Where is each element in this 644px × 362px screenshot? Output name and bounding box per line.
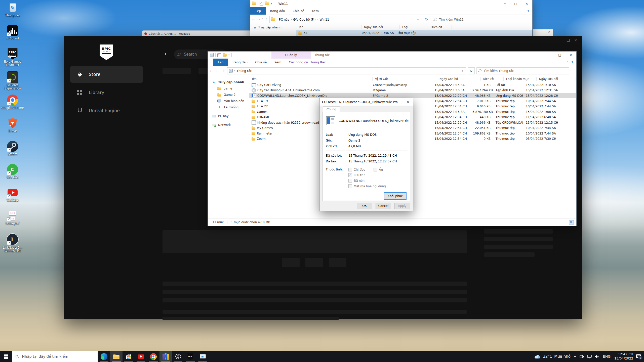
back-icon[interactable]: ← xyxy=(210,69,213,73)
back-icon[interactable]: ‹ xyxy=(164,50,167,57)
address-dropdown-icon[interactable]: ▾ xyxy=(416,18,420,21)
tab-file[interactable]: Tệp xyxy=(250,7,266,15)
forward-icon[interactable]: → xyxy=(215,69,218,73)
tab-share[interactable]: Chia sẻ xyxy=(289,7,308,15)
tab-view[interactable]: Xem xyxy=(270,59,285,66)
column-header-modified[interactable]: Ngày sửa đổi xyxy=(537,77,576,81)
meet-now-icon[interactable] xyxy=(580,355,584,358)
qat-dropdown-icon[interactable]: ▾ xyxy=(271,3,272,5)
volume-icon[interactable] xyxy=(595,355,599,358)
forward-icon[interactable]: → xyxy=(257,18,260,21)
help-icon[interactable]: ? xyxy=(571,60,573,64)
edge-taskbar-icon[interactable] xyxy=(98,351,110,362)
recycle-bin-desktop-icon[interactable]: Thùng rác xyxy=(1,2,24,25)
clock[interactable]: 12:42 CH 15/04/2022 xyxy=(614,352,633,361)
sidebar-item-quick-access[interactable]: ★ Truy cập nhanh xyxy=(254,26,296,29)
search-input[interactable] xyxy=(483,69,567,73)
youtube-taskbar-icon[interactable] xyxy=(135,351,147,362)
column-header-deleted[interactable]: Ngày Xóa bỏ xyxy=(437,77,481,81)
column-header-name[interactable]: Tên xyxy=(296,25,361,29)
lnd-games-list-desktop-icon[interactable]: L LinkNeverD... Games List xyxy=(1,233,24,256)
qat-dropdown-icon[interactable]: ▾ xyxy=(228,54,230,56)
sidebar-item-store[interactable]: Store xyxy=(70,66,143,83)
minimize-button[interactable]: ─ xyxy=(499,0,510,7)
sidebar-item-desktop[interactable]: Màn hình nền xyxy=(208,98,249,104)
restore-button[interactable]: Khôi phục xyxy=(384,192,407,200)
tab-home[interactable]: Trang đầu xyxy=(266,7,289,15)
sidebar-item-game[interactable]: game xyxy=(208,85,249,92)
chrome-taskbar-icon[interactable] xyxy=(147,351,159,362)
table-row[interactable]: 64 03/04/2022 11:36 SA Thư mục tệp xyxy=(296,30,532,36)
brave-desktop-icon[interactable]: Brave xyxy=(1,118,24,141)
dialog-titlebar[interactable]: CODWWII.LND.Launcher.CODEX_LinkNeverDie … xyxy=(319,98,413,106)
maximize-button[interactable]: □ xyxy=(510,0,521,7)
cancel-button[interactable]: Cancel xyxy=(376,203,391,209)
ok-button[interactable]: OK xyxy=(357,203,372,209)
new-folder-icon[interactable] xyxy=(265,2,269,5)
settings-taskbar-icon[interactable] xyxy=(172,351,184,362)
fxsound-desktop-icon[interactable]: FxSound xyxy=(1,25,24,48)
column-header-type[interactable]: Loại xyxy=(400,25,429,29)
address-bar[interactable]: › PC này › Đĩa Cục bộ (F:) › Win11 ▾ xyxy=(269,16,421,23)
sidebar-item-downloads[interactable]: Tải xuống xyxy=(208,104,249,110)
network-icon[interactable] xyxy=(587,355,592,358)
breadcrumb-drive-f[interactable]: Đĩa Cục bộ (F:) xyxy=(293,18,315,21)
search-input[interactable] xyxy=(439,18,523,22)
tab-file[interactable]: Tệp xyxy=(213,59,228,66)
column-header-size[interactable]: Kích cỡ xyxy=(481,77,504,81)
sidebar-item-network[interactable]: Network xyxy=(208,122,249,128)
column-header-size[interactable]: Kích cỡ xyxy=(429,25,452,29)
close-button[interactable]: × xyxy=(521,0,532,7)
sidebar-item-game-2[interactable]: Game 2 xyxy=(208,92,249,98)
youtube-desktop-icon[interactable]: YouTube xyxy=(1,187,24,210)
up-icon[interactable]: ↑ xyxy=(265,18,268,21)
properties-icon[interactable] xyxy=(260,2,263,6)
steam-desktop-icon[interactable]: Steam xyxy=(1,141,24,164)
back-icon[interactable]: ← xyxy=(252,18,255,21)
refresh-icon[interactable]: ↻ xyxy=(468,67,475,74)
column-header-type[interactable]: Loại khoản mục xyxy=(504,77,537,81)
address-bar[interactable]: › Thùng rác ▾ xyxy=(227,67,466,74)
task-manager-taskbar-icon[interactable] xyxy=(196,351,209,362)
taskbar-search-input[interactable] xyxy=(22,354,95,359)
weather-widget[interactable]: 32°C Mưa nhỏ xyxy=(534,354,571,359)
ribbon-collapse-icon[interactable]: ˅ xyxy=(567,61,568,64)
thumbnails-view-icon[interactable] xyxy=(569,220,574,224)
column-header-location[interactable]: Vị trí Gốc xyxy=(373,77,437,81)
geforce-experience-desktop-icon[interactable]: GeForce Experience xyxy=(1,71,24,95)
epic-games-taskbar-icon[interactable]: EPIC xyxy=(184,351,196,362)
action-center-icon[interactable]: 2 xyxy=(636,354,642,359)
language-indicator[interactable]: ENG xyxy=(603,354,611,358)
properties-icon[interactable] xyxy=(217,53,221,57)
file-explorer-taskbar-icon[interactable] xyxy=(110,351,123,362)
winrar-taskbar-icon[interactable] xyxy=(159,351,172,362)
unikey-desktop-icon[interactable]: u i n UniKeyNT xyxy=(1,210,24,233)
address-dropdown-icon[interactable]: ▾ xyxy=(461,70,464,72)
new-folder-icon[interactable] xyxy=(223,54,227,57)
table-row[interactable]: City.Car.Driving-PLAZA_Linkneverdie.com … xyxy=(249,87,576,93)
breadcrumb-win11[interactable]: Win11 xyxy=(320,18,329,21)
sidebar-item-library[interactable]: Library xyxy=(70,84,143,101)
history-dropdown-icon[interactable]: ˅ xyxy=(262,18,263,21)
tray-expand-icon[interactable] xyxy=(573,355,577,358)
sidebar-item-this-pc[interactable]: PC này xyxy=(208,113,249,119)
tab-general[interactable]: Chung xyxy=(323,106,340,112)
sidebar-item-quick-access[interactable]: Truy cập nhanh xyxy=(208,79,249,85)
folder-icon[interactable] xyxy=(252,2,256,5)
google-chrome-desktop-icon[interactable]: Google Chrome xyxy=(1,95,24,118)
sidebar-item-unreal-engine[interactable]: Unreal Engine xyxy=(70,102,143,119)
tab-share[interactable]: Chia sẻ xyxy=(251,59,270,66)
refresh-icon[interactable]: ↻ xyxy=(423,16,430,23)
maximize-button[interactable]: □ xyxy=(567,38,570,42)
epic-games-launcher-desktop-icon[interactable]: EPIC GAMES Epic Games Launcher xyxy=(1,48,24,71)
breadcrumb-this-pc[interactable]: PC này xyxy=(279,18,290,21)
tab-home[interactable]: Trang đầu xyxy=(228,59,251,66)
microsoft-store-taskbar-icon[interactable] xyxy=(123,351,135,362)
recycle-bin-icon[interactable] xyxy=(210,53,214,57)
details-view-icon[interactable] xyxy=(563,221,567,224)
close-button[interactable]: × xyxy=(565,52,576,59)
tab-recycle-tools[interactable]: Các công cụ Thùng Rác xyxy=(285,59,330,66)
tab-view[interactable]: Xem xyxy=(308,7,323,15)
table-row[interactable]: City Car Driving C:\Users\satlo\Desktop … xyxy=(249,82,576,87)
history-dropdown-icon[interactable]: ˅ xyxy=(219,70,221,72)
